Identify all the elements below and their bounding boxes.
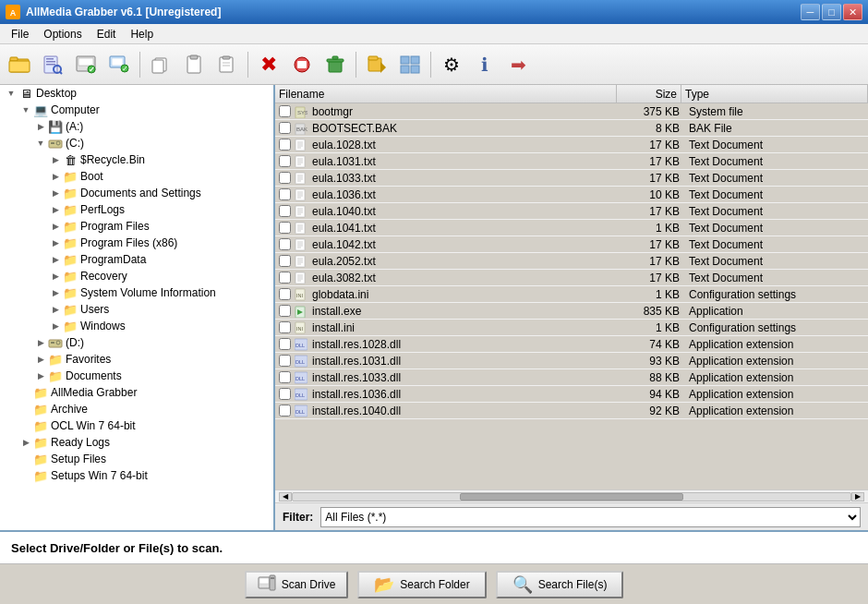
checkbox-5[interactable] [279,188,291,200]
file-checkbox-2[interactable] [275,139,294,151]
tree-node-recycle[interactable]: ▶ 🗑 $Recycle.Bin [0,151,273,168]
settings-btn[interactable]: ⚙ [436,49,467,80]
file-row[interactable]: eula.1041.txt 1 KB Text Document [275,220,868,236]
h-scroll-track[interactable] [292,492,851,501]
expand-computer[interactable]: ▼ [18,103,33,117]
file-row[interactable]: INI globdata.ini 1 KB Configuration sett… [275,286,868,303]
tree-node-c[interactable]: ▼ (C:) [0,135,273,151]
file-checkbox-3[interactable] [275,155,294,167]
expand-perflogs[interactable]: ▶ [48,202,63,217]
exit-btn[interactable]: ➡ [502,49,534,80]
file-row[interactable]: INI install.ini 1 KB Configuration setti… [275,320,868,336]
checkbox-14[interactable] [279,338,291,350]
tree-node-docs[interactable]: ▶ 📁 Documents and Settings [0,185,273,201]
info-btn[interactable]: ℹ [469,49,500,80]
clipboard-btn[interactable] [211,49,243,80]
copy-btn[interactable] [145,49,176,80]
file-row[interactable]: eula.1036.txt 10 KB Text Document [275,187,868,203]
expand-users[interactable]: ▶ [48,302,63,317]
file-checkbox-9[interactable] [275,255,294,267]
tree-node-setup[interactable]: 📁 Setup Files [0,451,273,467]
tree-node-computer[interactable]: ▼ 💻 Computer [0,102,273,118]
file-checkbox-6[interactable] [275,205,294,217]
file-checkbox-10[interactable] [275,272,294,284]
tree-node-sysinfo[interactable]: ▶ 📁 System Volume Information [0,284,273,301]
expand-sysinfo[interactable]: ▶ [48,285,63,300]
file-row[interactable]: eula.1028.txt 17 KB Text Document [275,137,868,153]
tree-node-archive[interactable]: 📁 Archive [0,401,273,417]
tree-node-progfiles86[interactable]: ▶ 📁 Program Files (x86) [0,235,273,251]
file-checkbox-16[interactable] [275,371,294,383]
menu-options[interactable]: Options [36,26,89,42]
filter-select[interactable]: All Files (*.*) Images Videos Audio [320,507,861,527]
h-scroll-thumb[interactable] [460,493,683,501]
tree-node-progdata[interactable]: ▶ 📁 ProgramData [0,251,273,268]
file-checkbox-12[interactable] [275,305,294,317]
tree-node-readylogs[interactable]: ▶ 📁 Ready Logs [0,434,273,451]
tree-node-perflogs[interactable]: ▶ 📁 PerfLogs [0,201,273,218]
maximize-button[interactable]: □ [822,4,841,20]
file-checkbox-17[interactable] [275,388,294,400]
checkbox-17[interactable] [279,388,291,400]
tree-node-desktop[interactable]: ▼ 🖥 Desktop [0,85,273,102]
tree-node-boot[interactable]: ▶ 📁 Boot [0,168,273,185]
paste-btn[interactable] [178,49,210,80]
file-row[interactable]: eula.1040.txt 17 KB Text Document [275,203,868,220]
expand-desktop[interactable]: ▼ [4,86,18,101]
scan-drive-btn[interactable]: Scan Drive [245,571,349,598]
file-row[interactable]: eula.3082.txt 17 KB Text Document [275,270,868,286]
file-checkbox-8[interactable] [275,238,294,250]
extract-btn[interactable] [361,49,392,80]
tree-node-progfiles[interactable]: ▶ 📁 Program Files [0,218,273,235]
checkbox-13[interactable] [279,321,291,333]
tree-node-documents[interactable]: ▶ 📁 Documents [0,368,273,384]
file-row[interactable]: eula.2052.txt 17 KB Text Document [275,253,868,270]
checkbox-10[interactable] [279,272,291,284]
file-checkbox-15[interactable] [275,355,294,367]
file-row[interactable]: SYS bootmgr 375 KB System file [275,103,868,120]
checkbox-12[interactable] [279,305,291,317]
file-row[interactable]: BAK BOOTSECT.BAK 8 KB BAK File [275,120,868,137]
file-row[interactable]: DLL install.res.1031.dll 93 KB Applicati… [275,353,868,369]
expand-progdata[interactable]: ▶ [48,252,63,267]
checkbox-4[interactable] [279,172,291,184]
file-checkbox-11[interactable] [275,288,294,300]
tree-node-recovery[interactable]: ▶ 📁 Recovery [0,268,273,284]
tree-node-setups[interactable]: 📁 Setups Win 7 64-bit [0,467,273,484]
close-button[interactable]: ✕ [843,4,862,20]
checkbox-7[interactable] [279,222,291,234]
expand-recycle[interactable]: ▶ [48,152,63,167]
checkbox-9[interactable] [279,255,291,267]
tree-node-ocl[interactable]: 📁 OCL Win 7 64-bit [0,417,273,434]
file-row[interactable]: DLL install.res.1028.dll 74 KB Applicati… [275,336,868,353]
checkbox-0[interactable] [279,105,291,117]
file-row[interactable]: install.exe 835 KB Application [275,303,868,320]
expand-favorites[interactable]: ▶ [33,352,48,367]
menu-file[interactable]: File [4,26,36,42]
file-checkbox-18[interactable] [275,405,294,417]
file-row[interactable]: DLL install.res.1036.dll 94 KB Applicati… [275,386,868,403]
expand-documents[interactable]: ▶ [33,368,48,383]
file-row[interactable]: eula.1033.txt 17 KB Text Document [275,170,868,187]
file-checkbox-5[interactable] [275,188,294,200]
file-row[interactable]: DLL install.res.1033.dll 88 KB Applicati… [275,369,868,386]
expand-c[interactable]: ▼ [33,136,48,151]
tree-node-d[interactable]: ▶ (D:) [0,334,273,351]
tree-node-users[interactable]: ▶ 📁 Users [0,301,273,318]
menu-edit[interactable]: Edit [90,26,124,42]
menu-help[interactable]: Help [123,26,161,42]
file-row[interactable]: DLL install.res.1040.dll 92 KB Applicati… [275,403,868,419]
checkbox-18[interactable] [279,405,291,417]
trash-btn[interactable] [319,49,351,80]
expand-d[interactable]: ▶ [33,335,48,350]
preview-btn[interactable]: ✓ [103,49,135,80]
expand-a[interactable]: ▶ [33,119,48,134]
checkbox-2[interactable] [279,139,291,151]
expand-progfiles[interactable]: ▶ [48,219,63,234]
checkbox-1[interactable] [279,122,291,134]
expand-recovery[interactable]: ▶ [48,269,63,284]
expand-windows[interactable]: ▶ [48,319,63,333]
file-checkbox-0[interactable] [275,105,294,117]
col-header-type[interactable]: Type [681,85,868,103]
file-row[interactable]: eula.1031.txt 17 KB Text Document [275,153,868,170]
